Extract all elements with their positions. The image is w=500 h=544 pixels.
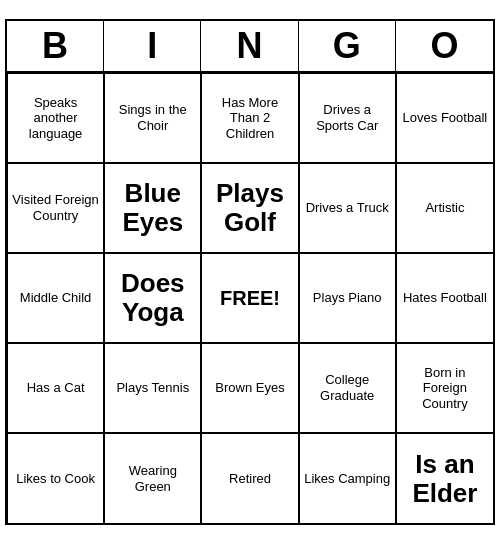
- bingo-cell[interactable]: College Graduate: [299, 343, 396, 433]
- bingo-cell[interactable]: Has More Than 2 Children: [201, 73, 298, 163]
- bingo-cell[interactable]: FREE!: [201, 253, 298, 343]
- bingo-cell[interactable]: Drives a Sports Car: [299, 73, 396, 163]
- bingo-cell[interactable]: Hates Football: [396, 253, 493, 343]
- bingo-cell[interactable]: Likes to Cook: [7, 433, 104, 523]
- bingo-cell[interactable]: Sings in the Choir: [104, 73, 201, 163]
- bingo-cell[interactable]: Retired: [201, 433, 298, 523]
- bingo-cell[interactable]: Likes Camping: [299, 433, 396, 523]
- bingo-header-letter: O: [396, 21, 493, 71]
- bingo-cell[interactable]: Plays Golf: [201, 163, 298, 253]
- bingo-card: BINGO Speaks another languageSings in th…: [5, 19, 495, 525]
- bingo-cell[interactable]: Drives a Truck: [299, 163, 396, 253]
- bingo-cell[interactable]: Plays Tennis: [104, 343, 201, 433]
- bingo-cell[interactable]: Artistic: [396, 163, 493, 253]
- bingo-header-letter: I: [104, 21, 201, 71]
- bingo-cell[interactable]: Middle Child: [7, 253, 104, 343]
- bingo-header-letter: N: [201, 21, 298, 71]
- bingo-cell[interactable]: Speaks another language: [7, 73, 104, 163]
- bingo-cell[interactable]: Born in Foreign Country: [396, 343, 493, 433]
- bingo-cell[interactable]: Is an Elder: [396, 433, 493, 523]
- bingo-cell[interactable]: Blue Eyes: [104, 163, 201, 253]
- bingo-cell[interactable]: Visited Foreign Country: [7, 163, 104, 253]
- bingo-cell[interactable]: Loves Football: [396, 73, 493, 163]
- bingo-header-letter: G: [299, 21, 396, 71]
- bingo-cell[interactable]: Wearing Green: [104, 433, 201, 523]
- bingo-cell[interactable]: Plays Piano: [299, 253, 396, 343]
- bingo-cell[interactable]: Does Yoga: [104, 253, 201, 343]
- bingo-header: BINGO: [7, 21, 493, 73]
- bingo-header-letter: B: [7, 21, 104, 71]
- bingo-cell[interactable]: Has a Cat: [7, 343, 104, 433]
- bingo-grid: Speaks another languageSings in the Choi…: [7, 73, 493, 523]
- bingo-cell[interactable]: Brown Eyes: [201, 343, 298, 433]
